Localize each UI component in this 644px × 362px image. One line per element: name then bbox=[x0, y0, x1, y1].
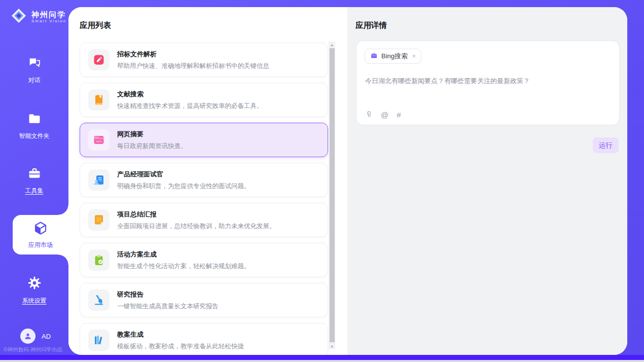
brand-logo: 神州问学 Smart Vision bbox=[10, 7, 66, 26]
note-icon bbox=[88, 209, 110, 231]
folder-icon bbox=[27, 112, 42, 128]
brand-subtitle: Smart Vision bbox=[31, 19, 66, 23]
sidebar-item-label: 工具集 bbox=[25, 187, 44, 195]
microscope-icon bbox=[88, 289, 110, 311]
bottom-edge bbox=[0, 360, 644, 362]
app-card[interactable]: 文献搜索 快速精准查找学术资源，提高研究效率的必备工具。 bbox=[80, 83, 328, 117]
app-name: 活动方案生成 bbox=[117, 250, 251, 259]
toolbox-icon bbox=[27, 166, 42, 183]
app-name: 文献搜索 bbox=[117, 90, 263, 99]
app-name: 教案生成 bbox=[117, 330, 244, 339]
books-icon bbox=[88, 330, 110, 351]
app-card[interactable]: 活动方案生成 智能生成个性化活动方案，轻松解决规划难题。 bbox=[80, 243, 328, 277]
app-description: 快速精准查找学术资源，提高研究效率的必备工具。 bbox=[117, 102, 263, 111]
at-icon[interactable]: @ bbox=[381, 111, 388, 119]
sidebar-item-label: 对话 bbox=[28, 76, 41, 85]
app-name: 产品经理面试官 bbox=[117, 170, 251, 179]
sidebar-item-label: 智能文件夹 bbox=[19, 132, 50, 140]
tool-chip[interactable]: Bing搜索 × bbox=[365, 49, 421, 64]
composer-toolbar: @ # bbox=[365, 110, 401, 120]
app-card[interactable]: 项目总结汇报 全面回顾项目进展，总结经验教训，助力未来优化发展。 bbox=[80, 203, 328, 237]
book-icon bbox=[88, 89, 110, 111]
cube-icon bbox=[33, 221, 48, 238]
app-card-selected[interactable]: </> 网页摘要 每日政府新闻资讯快查。 bbox=[80, 123, 328, 157]
app-name: 招标文件解析 bbox=[117, 50, 269, 59]
app-description: 一键智能生成高质量长文本研究报告 bbox=[117, 302, 219, 311]
app-card[interactable]: 产品经理面试官 明确身份和职责，为您提供专业性的面试问题。 bbox=[80, 163, 328, 197]
user-row[interactable]: AD bbox=[20, 329, 51, 344]
sidebar-item-toolset[interactable]: 工具集 bbox=[0, 166, 68, 195]
briefcase-icon bbox=[370, 52, 378, 61]
app-detail-title: 应用详情 bbox=[355, 20, 387, 31]
run-button[interactable]: 运行 bbox=[593, 137, 619, 153]
app-card[interactable]: 招标文件解析 帮助用户快速、准确地理解和解析招标书中的关键信息 bbox=[80, 43, 328, 77]
app-list-title: 应用列表 bbox=[80, 20, 111, 31]
query-text[interactable]: 今日湖北有哪些新闻要点？有哪些需要关注的最新政策？ bbox=[365, 77, 612, 86]
pen-icon bbox=[88, 49, 110, 70]
avatar bbox=[20, 329, 35, 344]
copyright-text: ©神州数码·神州问学出品 bbox=[4, 346, 68, 353]
gear-icon bbox=[27, 275, 42, 293]
clipboard-check-icon bbox=[88, 249, 110, 271]
scrollbar-thumb[interactable] bbox=[330, 48, 335, 342]
app-description: 明确身份和职责，为您提供专业性的面试问题。 bbox=[117, 182, 251, 191]
sidebar-item-settings[interactable]: 系统设置 bbox=[0, 275, 68, 305]
interviewer-icon bbox=[88, 169, 110, 191]
app-card-list: 招标文件解析 帮助用户快速、准确地理解和解析招标书中的关键信息 文献搜索 bbox=[80, 43, 328, 355]
tool-chip-label: Bing搜索 bbox=[381, 52, 408, 61]
user-name: AD bbox=[42, 333, 51, 340]
app-name: 网页摘要 bbox=[117, 130, 187, 139]
content-shell: 应用列表 招标文件解析 帮助用户快速、准确地理解和解析招标书中的关键信息 bbox=[68, 7, 627, 355]
bottom-accent-bar bbox=[0, 355, 644, 360]
app-description: 模板驱动，教案秒成，教学准备从此轻松快捷 bbox=[117, 342, 244, 351]
composer-card[interactable]: Bing搜索 × 今日湖北有哪些新闻要点？有哪些需要关注的最新政策？ @ # bbox=[356, 41, 620, 125]
chat-icon bbox=[27, 56, 42, 72]
sidebar: 神州问学 Smart Vision 对话 智能文件夹 bbox=[0, 0, 68, 355]
app-detail-panel: 应用详情 Bing搜索 × 今日湖北有哪些新闻要点？有哪些需要关注的最新政策？ bbox=[347, 7, 627, 355]
scroll-down-icon[interactable]: ▼ bbox=[329, 343, 335, 349]
app-description: 帮助用户快速、准确地理解和解析招标书中的关键信息 bbox=[117, 62, 269, 70]
hash-icon[interactable]: # bbox=[397, 111, 401, 119]
app-description: 全面回顾项目进展，总结经验教训，助力未来优化发展。 bbox=[117, 222, 276, 231]
chip-close-icon[interactable]: × bbox=[412, 53, 416, 60]
app-card[interactable]: 教案生成 模板驱动，教案秒成，教学准备从此轻松快捷 bbox=[80, 323, 328, 355]
app-name: 研究报告 bbox=[117, 290, 219, 299]
paperclip-icon[interactable] bbox=[365, 110, 373, 120]
sidebar-item-label: 系统设置 bbox=[22, 297, 47, 305]
sidebar-item-label: 应用市场 bbox=[28, 241, 53, 249]
sidebar-item-smart-folder[interactable]: 智能文件夹 bbox=[0, 112, 68, 140]
sidebar-item-chat[interactable]: 对话 bbox=[0, 56, 68, 85]
svg-text:</>: </> bbox=[96, 139, 102, 143]
app-window: 神州问学 Smart Vision 对话 智能文件夹 bbox=[0, 0, 644, 362]
app-list-panel: 应用列表 招标文件解析 帮助用户快速、准确地理解和解析招标书中的关键信息 bbox=[68, 7, 347, 355]
brand-name: 神州问学 bbox=[31, 10, 66, 19]
app-description: 智能生成个性化活动方案，轻松解决规划难题。 bbox=[117, 262, 251, 271]
scroll-up-icon[interactable]: ▲ bbox=[329, 42, 335, 48]
app-name: 项目总结汇报 bbox=[117, 210, 276, 219]
scrollbar[interactable]: ▲ ▼ bbox=[329, 42, 335, 349]
app-card[interactable]: 研究报告 一键智能生成高质量长文本研究报告 bbox=[80, 283, 328, 317]
browser-code-icon: </> bbox=[88, 129, 110, 151]
gem-logo-icon bbox=[10, 7, 27, 26]
app-description: 每日政府新闻资讯快查。 bbox=[117, 142, 187, 151]
sidebar-item-app-market[interactable]: 应用市场 bbox=[13, 215, 68, 255]
